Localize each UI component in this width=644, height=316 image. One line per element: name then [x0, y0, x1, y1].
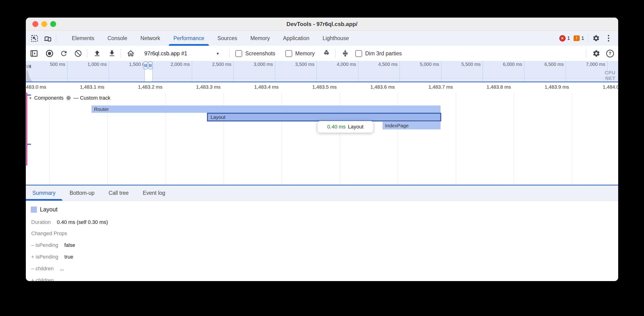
toolbar-divider [229, 49, 230, 58]
bottom-tab-bottom-up[interactable]: Bottom-up [62, 185, 102, 201]
overview-gridline [358, 61, 358, 82]
collapse-tracks-icon[interactable] [341, 49, 350, 58]
settings-gear-icon[interactable] [592, 34, 600, 43]
ruler-tick-label: 1,483.2 ms [138, 84, 162, 90]
overview-tick-label: 500 ms [50, 62, 65, 67]
bottom-tab-call-tree[interactable]: Call tree [102, 185, 136, 201]
tab-lighthouse[interactable]: Lighthouse [316, 31, 356, 46]
summary-row: + children... [31, 277, 611, 281]
memory-checkbox[interactable] [286, 50, 292, 57]
target-select-value: 97r6ql.csb.app #1 [144, 50, 187, 57]
summary-row: + isPendingtrue [31, 254, 611, 260]
toolbar-divider [335, 49, 336, 58]
kebab-menu-icon[interactable] [604, 34, 613, 43]
overview-gridline [109, 61, 109, 82]
tab-elements[interactable]: Elements [65, 31, 101, 46]
event-title: Layout [40, 206, 58, 213]
overview-gridline [441, 61, 442, 82]
tab-memory[interactable]: Memory [244, 31, 276, 46]
tooltip-label: Layout [348, 124, 364, 130]
clear-recording-icon[interactable] [74, 49, 82, 58]
flame-bar-layout[interactable]: Layout [207, 113, 441, 121]
tab-network[interactable]: Network [134, 31, 167, 46]
toggle-sidebar-icon[interactable] [30, 49, 38, 58]
detail-time-ruler: 1,483.0 ms1,483.1 ms1,483.2 ms1,483.3 ms… [26, 82, 618, 93]
dim-3rd-parties-checkbox-group: Dim 3rd parties [355, 49, 402, 58]
active-tab-underline [169, 44, 209, 46]
devtools-tabbar: ElementsConsoleNetworkPerformanceSources… [26, 31, 618, 46]
summary-row-label: Duration [31, 219, 51, 226]
flame-bar-router[interactable]: Router [92, 105, 440, 113]
flame-chart[interactable]: ▼ Components — Custom track RouterLayout… [26, 93, 618, 185]
selection-right-handle[interactable] [148, 61, 153, 69]
tab-performance[interactable]: Performance [167, 31, 211, 46]
tabbar-divider [588, 34, 588, 42]
target-select[interactable]: 97r6ql.csb.app #1 ▼ [144, 49, 222, 58]
track-name: Components [34, 95, 64, 101]
overview-tick-label: 6,000 ms [503, 62, 522, 67]
selected-range-marker [26, 93, 27, 166]
overview-selection-window[interactable] [144, 68, 153, 82]
devtools-tabs: ElementsConsoleNetworkPerformanceSources… [65, 31, 356, 46]
collapse-triangle-icon[interactable]: ▼ [29, 96, 32, 100]
active-bottom-tab-underline [26, 199, 62, 201]
download-profile-icon[interactable] [108, 49, 116, 58]
device-toolbar-icon[interactable] [43, 34, 52, 43]
screenshots-checkbox[interactable] [236, 50, 242, 57]
warning-badge[interactable]: ! 1 [574, 35, 584, 41]
summary-row-label: – children [31, 265, 54, 272]
tab-sources[interactable]: Sources [211, 31, 244, 46]
tooltip-duration: 0.40 ms [327, 124, 346, 130]
summary-row-label: + isPending [31, 254, 58, 260]
reload-record-icon[interactable] [60, 49, 68, 58]
home-icon[interactable] [126, 49, 135, 58]
help-icon[interactable]: ? [606, 49, 614, 58]
overview-tick-label: 1,000 ms [88, 62, 107, 67]
overview-tick-label: 3,500 ms [295, 62, 314, 67]
flame-gridline [456, 93, 456, 185]
summary-row-value: ... [60, 277, 64, 281]
components-track-header[interactable]: ▼ Components — Custom track [29, 95, 110, 101]
error-count: 1 [567, 35, 570, 41]
memory-label: Memory [295, 50, 315, 57]
record-icon[interactable] [45, 49, 54, 58]
collect-garbage-icon[interactable] [322, 49, 331, 58]
summary-row: – children... [31, 265, 611, 272]
screen: DevTools - 97r6ql.csb.app/ ElementsConso… [0, 0, 644, 316]
overview-tick-label: 3,000 ms [254, 62, 273, 67]
timeline-overview[interactable]: 500 ms1,000 ms1,500 ms2,000 ms2,500 ms3,… [26, 61, 618, 82]
flame-bar-indexpage[interactable]: IndexPage [382, 122, 441, 129]
summary-row: – isPendingfalse [31, 242, 611, 249]
overview-tick-label: 6,500 ms [544, 62, 564, 67]
dim-3rd-parties-checkbox[interactable] [355, 50, 362, 57]
overview-tick-label: 2,000 ms [170, 62, 190, 67]
ruler-tick-label: 1,484.0 ms [603, 84, 618, 90]
event-tooltip: 0.40 ms Layout [318, 121, 373, 133]
summary-row-label: + children [31, 277, 54, 281]
toolbar-divider [87, 49, 87, 58]
selection-left-handle[interactable] [143, 61, 148, 69]
titlebar: DevTools - 97r6ql.csb.app/ [26, 17, 618, 31]
flame-gridline [49, 93, 50, 185]
overview-tick-label: 4,500 ms [378, 62, 398, 67]
capture-settings-gear-icon[interactable] [592, 49, 601, 58]
flame-gridline [572, 93, 572, 185]
flame-gridline [514, 93, 514, 185]
tab-application[interactable]: Application [276, 31, 316, 46]
summary-row: Duration0.40 ms (self 0.30 ms) [31, 219, 611, 226]
error-badge[interactable]: ✕ 1 [559, 35, 570, 41]
cpu-track-label: CPU [604, 70, 615, 75]
overview-gridline [400, 61, 400, 82]
toolbar-divider [586, 49, 586, 58]
summary-row: Changed Props [31, 230, 611, 237]
performance-toolbar: 97r6ql.csb.app #1 ▼ Screenshots Memory [26, 46, 618, 61]
upload-profile-icon[interactable] [93, 49, 102, 58]
summary-row-value: ... [60, 265, 64, 272]
bottom-tab-event-log[interactable]: Event log [136, 185, 172, 201]
toolbar-divider [121, 49, 121, 58]
bottom-tab-summary[interactable]: Summary [32, 185, 62, 201]
track-scroll-indicator-bottom [27, 144, 31, 145]
tab-console[interactable]: Console [101, 31, 134, 46]
overview-tick-label: 2,500 ms [212, 62, 232, 67]
inspect-element-icon[interactable] [30, 34, 39, 43]
